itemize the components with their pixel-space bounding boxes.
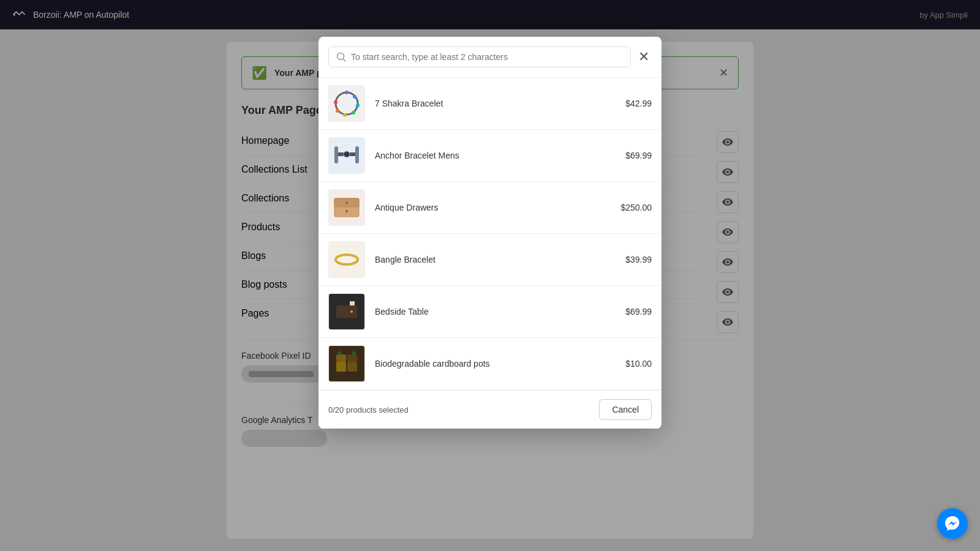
svg-rect-30 — [352, 351, 356, 355]
modal-search-area: ✕ — [318, 37, 662, 78]
product-item[interactable]: 7 Shakra Bracelet $42.99 — [318, 78, 662, 130]
svg-point-9 — [336, 109, 339, 113]
svg-point-4 — [345, 91, 349, 94]
svg-point-6 — [356, 103, 360, 107]
product-item[interactable]: Bangle Bracelet $39.99 — [318, 234, 662, 286]
messenger-icon — [944, 515, 961, 532]
cancel-button[interactable]: Cancel — [599, 399, 652, 420]
product-thumbnail — [328, 85, 365, 122]
selected-count: 0/20 products selected — [328, 405, 409, 414]
product-thumbnail — [328, 345, 365, 382]
search-input[interactable] — [351, 52, 623, 62]
product-name: 7 Shakra Bracelet — [375, 99, 616, 108]
product-thumbnail — [328, 137, 365, 174]
product-search-modal: ✕ 7 Shakra Bracel — [318, 37, 662, 429]
product-item[interactable]: Biodegradable cardboard pots $10.00 — [318, 338, 662, 390]
product-name: Antique Drawers — [375, 203, 611, 212]
bangle-bracelet-img — [331, 244, 362, 275]
svg-rect-20 — [336, 305, 357, 318]
product-thumbnail — [328, 241, 365, 278]
product-price: $69.99 — [625, 151, 652, 160]
anchor-bracelet-img — [331, 140, 362, 171]
antique-drawers-img — [331, 192, 362, 223]
messenger-button[interactable] — [937, 508, 968, 539]
svg-line-2 — [343, 59, 345, 61]
product-name: Bangle Bracelet — [375, 255, 616, 264]
product-thumbnail — [328, 293, 365, 330]
svg-point-18 — [345, 210, 348, 212]
svg-point-10 — [334, 100, 337, 104]
modal-footer: 0/20 products selected Cancel — [318, 390, 662, 429]
search-icon — [336, 52, 346, 62]
bracelet-7shakra-img — [331, 88, 362, 119]
svg-rect-25 — [336, 362, 346, 372]
modal-close-button[interactable]: ✕ — [636, 48, 652, 66]
product-thumbnail — [328, 189, 365, 226]
svg-rect-22 — [347, 318, 350, 324]
bedside-table-img — [331, 296, 362, 327]
svg-point-7 — [352, 111, 355, 114]
search-wrapper — [328, 47, 631, 67]
modal-overlay: ✕ 7 Shakra Bracel — [0, 0, 980, 551]
biodegradable-pots-img — [331, 348, 362, 379]
svg-rect-26 — [347, 362, 357, 372]
svg-rect-13 — [355, 146, 359, 163]
svg-point-14 — [344, 151, 350, 157]
svg-point-5 — [353, 95, 356, 99]
svg-point-19 — [336, 255, 358, 264]
svg-rect-29 — [337, 351, 341, 355]
svg-rect-24 — [350, 301, 355, 305]
svg-rect-12 — [334, 146, 338, 163]
product-item[interactable]: Antique Drawers $250.00 — [318, 182, 662, 234]
svg-point-8 — [343, 113, 347, 117]
product-name: Bedside Table — [375, 307, 616, 317]
product-item[interactable]: Anchor Bracelet Mens $69.99 — [318, 130, 662, 182]
svg-point-17 — [345, 201, 348, 204]
product-price: $42.99 — [625, 99, 652, 108]
product-list: 7 Shakra Bracelet $42.99 Anchor Bracelet… — [318, 78, 662, 390]
product-item[interactable]: Bedside Table $69.99 — [318, 286, 662, 338]
svg-rect-21 — [344, 318, 346, 324]
product-price: $69.99 — [625, 307, 652, 317]
product-name: Biodegradable cardboard pots — [375, 359, 616, 369]
product-price: $39.99 — [625, 255, 652, 264]
product-price: $10.00 — [625, 359, 652, 369]
product-name: Anchor Bracelet Mens — [375, 151, 616, 160]
svg-point-23 — [350, 310, 353, 313]
svg-rect-28 — [347, 354, 357, 362]
product-price: $250.00 — [620, 203, 652, 212]
svg-rect-27 — [336, 354, 346, 362]
